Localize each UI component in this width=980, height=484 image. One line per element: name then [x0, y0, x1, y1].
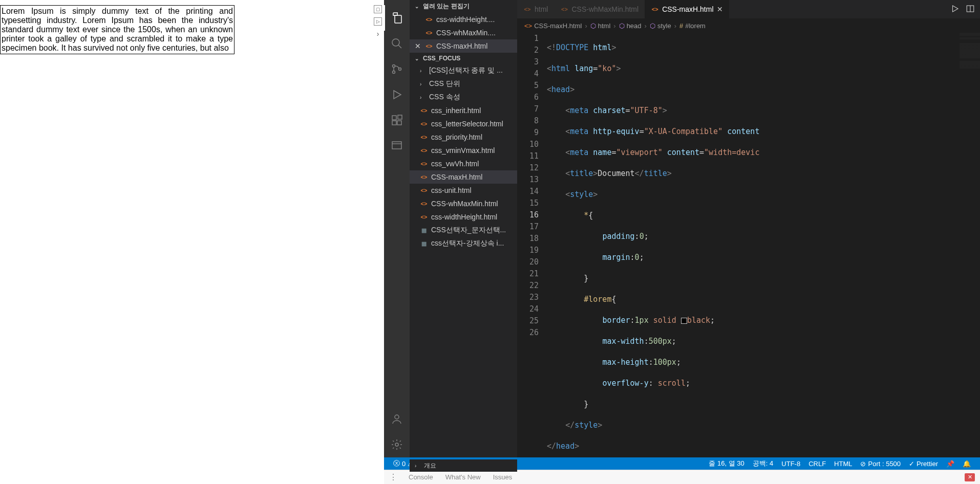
vscode-window: ⌄ 열려 있는 편집기 <>css-widthHeight....<>CSS-w…	[384, 0, 980, 484]
editor-tab[interactable]: <>CSS-maxH.html✕	[645, 0, 729, 18]
code-file-icon: <>	[420, 106, 428, 115]
line-number: 26	[517, 327, 539, 339]
svg-point-0	[392, 39, 399, 46]
file-name: css_vminVmax.html	[431, 146, 495, 155]
code-editor[interactable]: 1234567891011121314151617181920212223242…	[517, 33, 980, 457]
run-debug-icon[interactable]	[384, 82, 410, 107]
source-control-icon[interactable]	[384, 56, 410, 82]
devtools-tab-whatsnew[interactable]: What's New	[445, 473, 481, 481]
line-number: 6	[517, 92, 539, 103]
browser-preview-ext-icon[interactable]	[384, 133, 410, 159]
breadcrumb[interactable]: <>CSS-maxH.html›⬡html›⬡head›⬡style›##lor…	[517, 18, 980, 33]
devtools-tab-console[interactable]: Console	[409, 473, 433, 481]
devtools-menu-icon[interactable]: ⋮	[389, 472, 396, 482]
lorem-preview-box[interactable]: Lorem Ipsum is simply dummy text of the …	[0, 5, 235, 54]
breadcrumb-label: style	[657, 22, 671, 30]
breadcrumb-item[interactable]: ⬡html	[590, 22, 611, 30]
file-name: css_priority.html	[431, 133, 482, 141]
folder-label: CSS_FOCUS	[423, 55, 460, 62]
line-number: 12	[517, 162, 539, 174]
editor-tab[interactable]: <>html	[517, 0, 554, 18]
live-server-port[interactable]: ⊘ Port : 5500	[856, 459, 905, 468]
expand-icon[interactable]: ▢	[374, 5, 382, 13]
open-editor-item[interactable]: <>CSS-whMaxMin....	[410, 26, 517, 39]
close-icon[interactable]: ✕	[717, 5, 723, 13]
breadcrumb-item[interactable]: <>CSS-maxH.html	[524, 22, 582, 30]
open-editor-item[interactable]: <>css-widthHeight....	[410, 13, 517, 26]
encoding[interactable]: UTF-8	[777, 459, 804, 468]
line-number: 7	[517, 103, 539, 115]
account-icon[interactable]	[384, 406, 410, 432]
feedback-icon[interactable]: 📌	[942, 459, 958, 468]
devtools-close-icon[interactable]: ✕	[965, 473, 975, 481]
open-editor-item[interactable]: ✕<>CSS-maxH.html	[410, 39, 517, 53]
file-item[interactable]: <>css_priority.html	[410, 130, 517, 144]
line-number: 25	[517, 315, 539, 327]
cursor-position[interactable]: 줄 16, 열 30	[705, 459, 748, 468]
chevron-down-icon: ⌄	[415, 56, 421, 61]
folder-header[interactable]: ⌄ CSS_FOCUS	[410, 53, 517, 64]
play-icon[interactable]: ▷	[374, 17, 382, 26]
bell-icon[interactable]: 🔔	[958, 459, 975, 468]
file-name: css-unit.html	[431, 186, 472, 194]
tab-label: html	[535, 5, 548, 13]
line-number: 5	[517, 80, 539, 92]
extensions-icon[interactable]	[384, 107, 410, 133]
file-item[interactable]: ▦css선택자-강제상속 i...	[410, 237, 517, 250]
line-number: 13	[517, 174, 539, 186]
split-editor-icon[interactable]	[966, 4, 975, 15]
line-number: 19	[517, 245, 539, 256]
browser-preview-pane: Lorem Ipsum is simply dummy text of the …	[0, 0, 384, 484]
search-icon[interactable]	[384, 31, 410, 56]
language-mode[interactable]: HTML	[830, 459, 856, 468]
file-item[interactable]: <>css_letterSelector.html	[410, 117, 517, 130]
code-content[interactable]: <!DOCTYPE html> <html lang="ko"> <head> …	[547, 33, 980, 457]
file-item[interactable]: <>css-unit.html	[410, 184, 517, 197]
element-icon: ⬡	[650, 22, 655, 30]
prettier-status[interactable]: ✓ Prettier	[905, 459, 942, 468]
html-file-icon: <>	[425, 42, 433, 50]
editor-tab[interactable]: <>CSS-whMaxMin.html	[554, 0, 645, 18]
file-item[interactable]: <>css-widthHeight.html	[410, 210, 517, 224]
folder-item[interactable]: ›CSS 속성	[410, 91, 517, 104]
file-name: css_inherit.html	[431, 106, 481, 115]
line-number: 14	[517, 186, 539, 197]
eol[interactable]: CRLF	[804, 459, 830, 468]
breadcrumb-separator: ›	[585, 22, 587, 30]
svg-point-3	[393, 71, 395, 74]
collapse-icon[interactable]: ›	[374, 30, 382, 38]
folder-name: CSS 단위	[429, 79, 460, 89]
open-editors-header[interactable]: ⌄ 열려 있는 편집기	[410, 0, 517, 13]
chevron-right-icon: ›	[420, 68, 426, 74]
activity-bar	[384, 0, 410, 457]
line-number: 1	[517, 33, 539, 45]
devtools-tab-issues[interactable]: Issues	[493, 473, 513, 481]
run-icon[interactable]	[950, 4, 960, 15]
html-file-icon: <>	[425, 29, 433, 37]
settings-gear-icon[interactable]	[384, 432, 410, 457]
line-number: 22	[517, 280, 539, 292]
file-item[interactable]: ▦CSS선택자_문자선택...	[410, 224, 517, 237]
svg-rect-8	[398, 115, 402, 119]
breadcrumb-item[interactable]: ⬡style	[650, 22, 671, 30]
tab-label: CSS-whMaxMin.html	[571, 5, 638, 13]
chevron-down-icon: ⌄	[415, 4, 421, 9]
tab-label: CSS-maxH.html	[662, 5, 713, 13]
file-item[interactable]: <>CSS-maxH.html	[410, 170, 517, 184]
line-numbers: 1234567891011121314151617181920212223242…	[517, 33, 547, 457]
file-item[interactable]: <>CSS-whMaxMin.html	[410, 197, 517, 210]
html-file-icon: <>	[425, 15, 433, 24]
folder-item[interactable]: ›CSS 단위	[410, 77, 517, 91]
minimap[interactable]	[960, 33, 980, 84]
file-item[interactable]: <>css_inherit.html	[410, 104, 517, 117]
breadcrumb-item[interactable]: ##lorem	[679, 22, 706, 30]
file-item[interactable]: <>css_vwVh.html	[410, 157, 517, 170]
folder-item[interactable]: ›[CSS]선택자 종류 및 ...	[410, 64, 517, 77]
line-number: 21	[517, 268, 539, 280]
explorer-icon[interactable]	[384, 5, 410, 31]
broadcast-icon: ⊘	[860, 460, 866, 468]
file-item[interactable]: <>css_vminVmax.html	[410, 144, 517, 157]
indentation[interactable]: 공백: 4	[749, 459, 777, 468]
close-icon[interactable]: ✕	[414, 42, 422, 50]
breadcrumb-item[interactable]: ⬡head	[619, 22, 642, 30]
